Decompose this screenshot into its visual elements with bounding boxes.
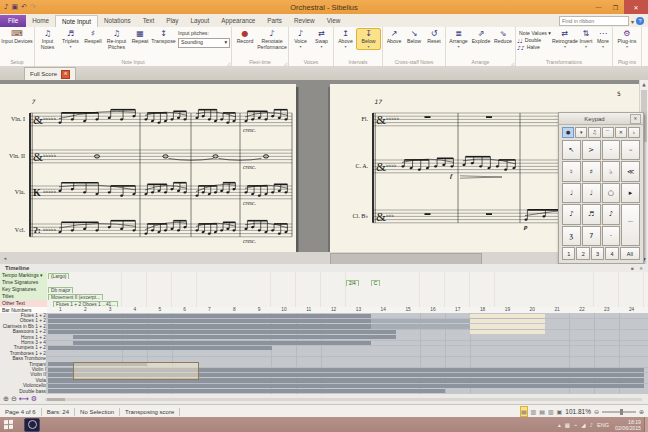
- minimize-button[interactable]: —: [590, 0, 607, 14]
- keypad-voice-2[interactable]: 2: [576, 247, 589, 260]
- above-button[interactable]: ↥Above▾: [335, 28, 356, 49]
- transpose-button[interactable]: ↕Transpose: [151, 28, 176, 45]
- close-button[interactable]: ✕: [624, 0, 648, 14]
- keypad-button-r5c3[interactable]: ·: [602, 226, 621, 246]
- keypad-tab-5[interactable]: ✕: [615, 127, 627, 138]
- keypad-tab-6[interactable]: ♭: [628, 127, 640, 138]
- keypad-button-r4c4[interactable]: ⌒: [621, 204, 640, 246]
- respell-button[interactable]: ♯Respell: [82, 28, 104, 45]
- keypad-button-r4c2[interactable]: ♬: [582, 204, 601, 224]
- view-mode-icon-5[interactable]: ▣: [557, 407, 563, 416]
- keypad-voice-3[interactable]: 3: [591, 247, 604, 260]
- status-no-selection[interactable]: No Selection: [75, 409, 119, 415]
- keypad-close-icon[interactable]: ✕: [630, 114, 641, 124]
- timeline-zoom-in-icon[interactable]: ⊕: [3, 395, 9, 404]
- plug-ins-button[interactable]: ⚙Plug-ins▾: [614, 28, 640, 49]
- keypad-voice-4[interactable]: 4: [605, 247, 618, 260]
- maximize-button[interactable]: ❐: [607, 0, 624, 14]
- more-button[interactable]: ⋯More▾: [595, 28, 611, 49]
- score-horizontal-scrollbar[interactable]: ◂ ▸: [0, 252, 640, 264]
- explode-button[interactable]: ⇗Explode: [470, 28, 492, 45]
- timeline-settings-gear-icon[interactable]: ⚙: [31, 395, 37, 404]
- tray-icon-1[interactable]: ▴: [558, 421, 561, 429]
- keypad-button-r2c4[interactable]: ≪: [621, 161, 640, 181]
- keypad-button-r1c1[interactable]: ↖: [562, 140, 581, 160]
- keypad-button-r3c1[interactable]: ♩: [562, 183, 581, 203]
- tray-icon-2[interactable]: ▦: [565, 421, 570, 429]
- timeline-zoom-out-icon[interactable]: ⊖: [11, 395, 17, 404]
- zoom-slider[interactable]: [602, 411, 636, 413]
- renotate-performance-button[interactable]: ♪Renotate Performance: [257, 28, 287, 50]
- above-button[interactable]: ↗Above: [384, 28, 404, 45]
- view-mode-icon-4[interactable]: ▥: [548, 407, 554, 416]
- sounding-dropdown[interactable]: Sounding▾: [178, 38, 230, 48]
- tab-appearance[interactable]: Appearance: [215, 15, 261, 27]
- zoom-slider-thumb[interactable]: [620, 409, 623, 415]
- zoom-in-icon[interactable]: ⊕: [639, 407, 644, 416]
- stack-item-note-values[interactable]: Note Values ▾: [517, 30, 551, 37]
- repeat-button[interactable]: ▦Repeat: [129, 28, 151, 45]
- sibelius-taskbar-icon[interactable]: [24, 418, 40, 432]
- triplets-button[interactable]: ♬Triplets▾: [59, 28, 82, 49]
- tab-home[interactable]: Home: [26, 15, 55, 27]
- tab-play[interactable]: Play: [160, 15, 184, 27]
- tray-icon-3[interactable]: ⌁: [574, 421, 577, 429]
- reduce-button[interactable]: ⇘Reduce: [492, 28, 514, 45]
- clock[interactable]: 18:19 02/06/2015: [615, 419, 641, 431]
- tab-note-input[interactable]: Note Input: [55, 15, 98, 27]
- keypad-tab-1[interactable]: ●: [562, 127, 574, 138]
- keypad-button-r5c1[interactable]: ʒ: [562, 226, 581, 246]
- filter-icon[interactable]: ▾: [631, 18, 634, 25]
- tab-full-score[interactable]: Full Score ✕: [24, 67, 76, 80]
- status-page-4-of-6[interactable]: Page 4 of 6: [0, 409, 41, 415]
- below-button[interactable]: ↧Below▾: [356, 28, 381, 50]
- scrollbar-thumb[interactable]: [330, 253, 482, 264]
- record-button[interactable]: ●Record: [233, 28, 257, 45]
- help-icon[interactable]: ?: [636, 17, 644, 25]
- stack-item-double[interactable]: ♩♩Double: [517, 37, 551, 44]
- keypad-button-r1c4[interactable]: –: [621, 140, 640, 160]
- timeline-scrollbar[interactable]: [45, 398, 642, 401]
- tab-review[interactable]: Review: [288, 15, 321, 27]
- tray-icon-4[interactable]: ◢: [581, 421, 585, 429]
- swap-button[interactable]: ⇄Swap▾: [311, 28, 332, 49]
- timeline-fit-width-icon[interactable]: ⟷: [19, 395, 29, 404]
- tab-notations[interactable]: Notations: [98, 15, 137, 27]
- tray-icon-5[interactable]: ♪: [590, 421, 594, 429]
- tab-text[interactable]: Text: [137, 15, 161, 27]
- re-input-pitches-button[interactable]: ♫Re-input Pitches: [104, 28, 129, 50]
- keypad-button-r3c3[interactable]: ○: [602, 183, 621, 203]
- keypad-button-r3c4[interactable]: ▸: [621, 183, 640, 203]
- tab-view[interactable]: View: [321, 15, 347, 27]
- close-tab-icon[interactable]: ✕: [61, 70, 70, 79]
- tab-layout[interactable]: Layout: [184, 15, 215, 27]
- below-button[interactable]: ↘Below: [404, 28, 424, 45]
- keypad-button-r4c1[interactable]: ♪: [562, 204, 581, 224]
- stack-item-halve[interactable]: ♪♪Halve: [517, 44, 551, 51]
- language-indicator[interactable]: ENG: [597, 421, 609, 429]
- keypad-button-r1c2[interactable]: >: [582, 140, 601, 160]
- reset-button[interactable]: ↺Reset: [424, 28, 444, 45]
- show-desktop-button[interactable]: [644, 417, 648, 432]
- keypad-voice-all[interactable]: All: [620, 247, 640, 260]
- keypad-button-r2c2[interactable]: ♯: [582, 161, 601, 181]
- view-mode-icon-1[interactable]: ▤: [520, 406, 528, 417]
- retrograde-button[interactable]: ⇄Retrograde▾: [553, 28, 577, 49]
- keypad-button-r1c3[interactable]: ·: [602, 140, 621, 160]
- timeline-body[interactable]: Flutes 1 + 2Oboes 1 + 2Clarinets in Bb 1…: [0, 313, 648, 394]
- invert-button[interactable]: ⇅Invert▾: [577, 28, 595, 49]
- scroll-up-icon[interactable]: ▲: [640, 80, 648, 89]
- status-bars-24[interactable]: Bars: 24: [42, 409, 74, 415]
- keypad-button-r3c2[interactable]: ♩: [582, 183, 601, 203]
- voice-button[interactable]: ♪Voice▾: [290, 28, 311, 49]
- keypad-tab-4[interactable]: ⌒: [602, 127, 614, 138]
- timeline-view-rectangle[interactable]: [73, 362, 199, 380]
- zoom-out-icon[interactable]: ⊖: [594, 407, 599, 416]
- score-area[interactable]: Vln. I&♭♭♭♭♭cresc.Vln. II&♭♭♭♭♭cresc.Vla…: [0, 80, 648, 264]
- timeline-pin-icon[interactable]: ▪ ✕: [631, 266, 645, 271]
- tab-parts[interactable]: Parts: [261, 15, 288, 27]
- status-transposing-score[interactable]: Transposing score: [120, 409, 179, 415]
- keypad-button-r2c1[interactable]: ♮: [562, 161, 581, 181]
- start-button[interactable]: [0, 417, 16, 432]
- find-in-ribbon-input[interactable]: [559, 16, 629, 26]
